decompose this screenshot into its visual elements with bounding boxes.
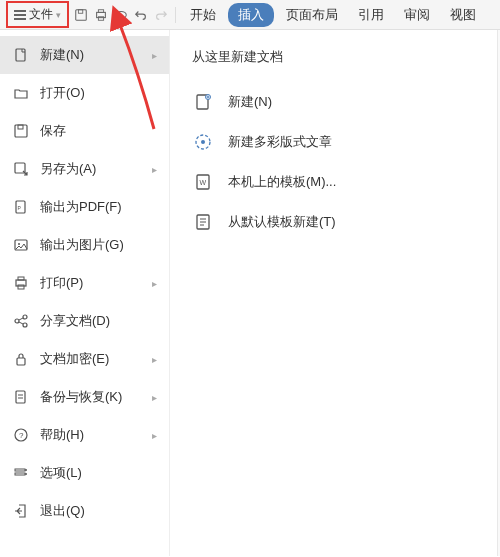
menu-label: 另存为(A) (40, 160, 142, 178)
chevron-right-icon: ▸ (152, 430, 157, 441)
file-menu-panel: 新建(N) ▸ 打开(O) 保存 另存为(A)▸ P输出为PDF(F) 输出为图… (0, 30, 498, 556)
menu-label: 打开(O) (40, 84, 157, 102)
menu-label: 帮助(H) (40, 426, 142, 444)
submenu-label: 本机上的模板(M)... (228, 173, 336, 191)
menu-label: 退出(Q) (40, 502, 157, 520)
help-icon: ? (12, 426, 30, 444)
lock-icon (12, 350, 30, 368)
preview-quick-icon[interactable] (113, 7, 129, 23)
svg-rect-25 (15, 469, 25, 471)
save-icon (12, 122, 30, 140)
submenu-label: 新建多彩版式文章 (228, 133, 332, 151)
menu-label: 输出为图片(G) (40, 236, 157, 254)
menu-print[interactable]: 打印(P)▸ (0, 264, 169, 302)
menu-label: 输出为PDF(F) (40, 198, 157, 216)
save-as-icon (12, 160, 30, 178)
submenu-header: 从这里新建文档 (192, 48, 475, 66)
new-doc-icon (12, 46, 30, 64)
menu-help[interactable]: ?帮助(H)▸ (0, 416, 169, 454)
file-menu-button[interactable]: 文件 ▾ (6, 1, 69, 28)
menu-label: 保存 (40, 122, 157, 140)
hamburger-icon (14, 10, 26, 20)
menu-export-image[interactable]: 输出为图片(G) (0, 226, 169, 264)
menu-backup[interactable]: 备份与恢复(K)▸ (0, 378, 169, 416)
menu-save-as[interactable]: 另存为(A)▸ (0, 150, 169, 188)
menu-share[interactable]: 分享文档(D) (0, 302, 169, 340)
chevron-right-icon: ▸ (152, 354, 157, 365)
svg-point-6 (120, 13, 123, 16)
pdf-icon: P (12, 198, 30, 216)
toolbar-divider (175, 7, 176, 23)
svg-rect-0 (76, 9, 87, 20)
svg-point-14 (18, 243, 20, 245)
tab-review[interactable]: 审阅 (396, 2, 438, 28)
chevron-right-icon: ▸ (152, 164, 157, 175)
tab-insert[interactable]: 插入 (228, 3, 274, 27)
tab-layout[interactable]: 页面布局 (278, 2, 346, 28)
svg-text:W: W (200, 179, 207, 186)
menu-encrypt[interactable]: 文档加密(E)▸ (0, 340, 169, 378)
folder-icon (12, 84, 30, 102)
menu-label: 选项(L) (40, 464, 157, 482)
svg-point-20 (23, 323, 27, 327)
template-icon: W (192, 171, 214, 193)
svg-point-18 (15, 319, 19, 323)
svg-rect-8 (15, 125, 27, 137)
file-label: 文件 (29, 6, 53, 23)
submenu-label: 新建(N) (228, 93, 272, 111)
undo-quick-icon[interactable] (133, 7, 149, 23)
menu-open[interactable]: 打开(O) (0, 74, 169, 112)
menu-save[interactable]: 保存 (0, 112, 169, 150)
exit-icon (12, 502, 30, 520)
default-template-icon (192, 211, 214, 233)
menu-label: 备份与恢复(K) (40, 388, 142, 406)
svg-rect-7 (16, 49, 25, 61)
menu-label: 分享文档(D) (40, 312, 157, 330)
svg-rect-21 (17, 358, 25, 365)
new-submenu: 从这里新建文档 新建(N) 新建多彩版式文章 W本机上的模板(M)... 从默认… (170, 30, 497, 556)
submenu-local-template[interactable]: W本机上的模板(M)... (192, 162, 475, 202)
chevron-right-icon: ▸ (152, 392, 157, 403)
svg-rect-16 (18, 277, 24, 280)
svg-point-28 (25, 473, 27, 475)
print-quick-icon[interactable] (93, 7, 109, 23)
svg-point-27 (25, 469, 27, 471)
menu-label: 新建(N) (40, 46, 142, 64)
submenu-new-rich[interactable]: 新建多彩版式文章 (192, 122, 475, 162)
chevron-right-icon: ▸ (152, 278, 157, 289)
image-icon (12, 236, 30, 254)
svg-text:P: P (18, 205, 22, 211)
svg-rect-22 (16, 391, 25, 403)
menu-exit[interactable]: 退出(Q) (0, 492, 169, 530)
file-menu-list: 新建(N) ▸ 打开(O) 保存 另存为(A)▸ P输出为PDF(F) 输出为图… (0, 30, 170, 556)
svg-rect-3 (98, 9, 103, 12)
submenu-default-template[interactable]: 从默认模板新建(T) (192, 202, 475, 242)
menu-label: 打印(P) (40, 274, 142, 292)
redo-quick-icon[interactable] (153, 7, 169, 23)
svg-text:?: ? (19, 431, 24, 440)
print-icon (12, 274, 30, 292)
top-toolbar: 文件 ▾ 开始 插入 页面布局 引用 审阅 视图 (0, 0, 500, 30)
new-doc-icon (192, 91, 214, 113)
svg-point-32 (201, 140, 205, 144)
chevron-right-icon: ▸ (152, 50, 157, 61)
menu-new[interactable]: 新建(N) ▸ (0, 36, 169, 74)
svg-rect-26 (15, 473, 25, 475)
menu-export-pdf[interactable]: P输出为PDF(F) (0, 188, 169, 226)
save-quick-icon[interactable] (73, 7, 89, 23)
backup-icon (12, 388, 30, 406)
tab-start[interactable]: 开始 (182, 2, 224, 28)
menu-label: 文档加密(E) (40, 350, 142, 368)
options-icon (12, 464, 30, 482)
submenu-new-doc[interactable]: 新建(N) (192, 82, 475, 122)
svg-point-19 (23, 315, 27, 319)
chevron-down-icon: ▾ (56, 10, 61, 20)
tab-view[interactable]: 视图 (442, 2, 484, 28)
submenu-label: 从默认模板新建(T) (228, 213, 336, 231)
tab-reference[interactable]: 引用 (350, 2, 392, 28)
rich-doc-icon (192, 131, 214, 153)
share-icon (12, 312, 30, 330)
menu-options[interactable]: 选项(L) (0, 454, 169, 492)
